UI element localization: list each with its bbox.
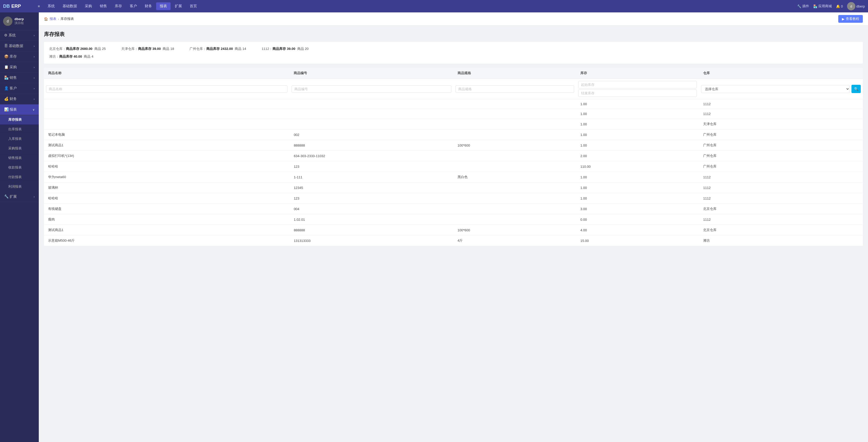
filter-code-input[interactable]	[291, 85, 451, 93]
cell-name	[44, 109, 289, 119]
col-code: 商品编号	[289, 68, 454, 79]
cell-stock: 1.00	[576, 140, 699, 151]
sidebar-purchase-label: 📋 采购	[4, 65, 17, 69]
cell-warehouse: 广州仓库	[699, 140, 863, 151]
main-content: 🏠 报表 › 库存报表 ▶ 查看教程 库存报表 北京仓库：商品库存 2680.0…	[39, 12, 868, 442]
cell-spec	[454, 129, 576, 140]
cell-stock: 1.00	[576, 183, 699, 193]
cell-stock: 1.00	[576, 172, 699, 183]
table-row: 1.001112	[44, 99, 863, 109]
nav-inventory[interactable]: 库存	[111, 2, 126, 10]
layout: d dberp 演示组 ⚙ 系统 › 🗄 基础数据 › 📦 库存 › 📋 采购 …	[0, 12, 868, 442]
sidebar-user-info: dberp 演示组	[14, 17, 24, 25]
nav-finance[interactable]: 财务	[141, 2, 156, 10]
sidebar: d dberp 演示组 ⚙ 系统 › 🗄 基础数据 › 📦 库存 › 📋 采购 …	[0, 12, 39, 442]
sidebar-sub-sales-report[interactable]: 销售报表	[0, 153, 39, 163]
cell-name	[44, 99, 289, 109]
list-icon: 📋	[4, 65, 8, 69]
sidebar-sub-purchase-report[interactable]: 采购报表	[0, 144, 39, 153]
plugin-btn[interactable]: 🔧 插件	[797, 4, 809, 8]
chevron-right-icon4: ›	[34, 66, 35, 69]
cell-stock: 3.00	[576, 204, 699, 214]
sidebar-item-basic-data[interactable]: 🗄 基础数据 ›	[0, 41, 39, 52]
filter-spec-cell	[454, 79, 576, 99]
sidebar-basic-data-label: 🗄 基础数据	[4, 44, 23, 48]
summary-item-3: 1112：商品库存 39.00 商品 20	[261, 45, 308, 52]
sidebar-avatar: d	[3, 17, 12, 26]
sidebar-item-purchase[interactable]: 📋 采购 ›	[0, 62, 39, 73]
filter-stock-end-input[interactable]	[578, 89, 697, 97]
sidebar-sub-profit-report[interactable]: 利润报表	[0, 182, 39, 192]
store-icon: 🏪	[813, 4, 817, 8]
cell-name: 哈哈哈	[44, 161, 289, 172]
sidebar-sub-payment-report[interactable]: 付款报表	[0, 172, 39, 182]
sidebar-item-sales[interactable]: 🏪 销售 ›	[0, 73, 39, 83]
cell-warehouse: 1112	[699, 99, 863, 109]
col-stock: 库存	[576, 68, 699, 79]
sidebar-inventory-label: 📦 库存	[4, 54, 17, 59]
cell-stock: 110.00	[576, 161, 699, 172]
filter-warehouse-cell: 选择仓库 北京仓库 天津仓库 广州仓库 1112 潍坊 🔍	[699, 79, 863, 99]
breadcrumb-parent[interactable]: 报表	[50, 17, 56, 21]
sidebar-system-label: ⚙ 系统	[4, 33, 16, 38]
filter-spec-input[interactable]	[456, 85, 574, 93]
table-row: 笔记本电脑0021.00广州仓库	[44, 129, 863, 140]
cell-warehouse: 潍坊	[699, 235, 863, 246]
nav-system[interactable]: 系统	[44, 2, 58, 10]
nav-extend[interactable]: 扩展	[171, 2, 186, 10]
cell-name: 测试商品1	[44, 225, 289, 235]
table-row: 1.001112	[44, 109, 863, 119]
nav-purchase[interactable]: 采购	[81, 2, 96, 10]
filter-name-input[interactable]	[46, 85, 287, 93]
filter-warehouse-select[interactable]: 选择仓库 北京仓库 天津仓库 广州仓库 1112 潍坊	[701, 85, 850, 93]
cell-name: 有线键盘	[44, 204, 289, 214]
sidebar-usergroup: 演示组	[14, 21, 24, 25]
sidebar-item-system[interactable]: ⚙ 系统 ›	[0, 30, 39, 41]
app-store-label: 应用商城	[818, 4, 832, 8]
filter-code-cell	[289, 79, 454, 99]
app-logo: DBERP	[3, 4, 34, 9]
watch-tutorial-btn[interactable]: ▶ 查看教程	[838, 15, 863, 23]
filter-stock-start-input[interactable]	[578, 81, 697, 88]
user-profile[interactable]: d dberp	[847, 2, 865, 10]
sidebar-item-finance[interactable]: 💰 财务 ›	[0, 94, 39, 104]
cell-name: 示意箱M500-46斤	[44, 235, 289, 246]
sidebar-item-extend[interactable]: 🔧 扩展 ›	[0, 192, 39, 202]
sidebar-item-customer[interactable]: 👤 客户 ›	[0, 83, 39, 94]
chart-icon: 📊	[4, 107, 8, 112]
chevron-down-icon: ∨	[33, 108, 35, 112]
notification-btn[interactable]: 🔔 0	[836, 4, 843, 8]
summary-warehouse-1: 天津仓库：	[121, 47, 138, 51]
nav-sales[interactable]: 销售	[96, 2, 111, 10]
cell-spec	[454, 151, 576, 161]
nav-report[interactable]: 报表	[156, 2, 170, 10]
sidebar-sub-inventory-report[interactable]: 库存报表	[0, 115, 39, 125]
search-button[interactable]: 🔍	[851, 85, 861, 93]
table-row: 测试商品1888888100*6001.00广州仓库	[44, 140, 863, 151]
sidebar-sub-outbound-report[interactable]: 出库报表	[0, 125, 39, 134]
nav-customer[interactable]: 客户	[126, 2, 141, 10]
shop-icon: 🏪	[4, 75, 8, 80]
cell-stock: 1.00	[576, 109, 699, 119]
cell-warehouse: 北京仓库	[699, 225, 863, 235]
cell-name: 虚拟打印机*(13#)	[44, 151, 289, 161]
sidebar-customer-label: 👤 客户	[4, 86, 17, 91]
app-store-btn[interactable]: 🏪 应用商城	[813, 4, 832, 8]
sidebar-item-inventory[interactable]: 📦 库存 ›	[0, 52, 39, 62]
cell-spec	[454, 204, 576, 214]
nav-basic-data[interactable]: 基础数据	[59, 2, 81, 10]
inventory-table: 商品名称 商品编号 商品规格 库存 仓库	[44, 68, 863, 246]
table-row: 1.00天津仓库	[44, 119, 863, 129]
table-row: 瘦肉1.02.010.001112	[44, 214, 863, 225]
sidebar-sub-inbound-report[interactable]: 入库报表	[0, 134, 39, 144]
chevron-right-icon7: ›	[34, 97, 35, 100]
summary-warehouse-0: 北京仓库：	[49, 47, 66, 51]
nav-menu-toggle[interactable]: ≡	[34, 3, 43, 10]
sidebar-item-report[interactable]: 📊 报表 ∨	[0, 104, 39, 115]
page-wrapper: 库存报表 北京仓库：商品库存 2680.00 商品 25 天津仓库：商品库存 3…	[39, 26, 868, 251]
sidebar-sub-receipts-report[interactable]: 收款报表	[0, 163, 39, 172]
table-container: 商品名称 商品编号 商品规格 库存 仓库	[44, 68, 863, 246]
chevron-right-icon: ›	[34, 34, 35, 37]
cell-name: 笔记本电脑	[44, 129, 289, 140]
nav-home[interactable]: 首页	[186, 2, 200, 10]
